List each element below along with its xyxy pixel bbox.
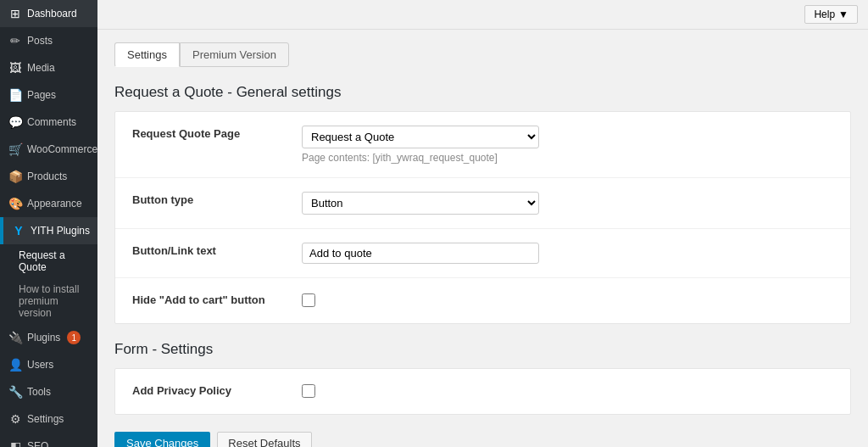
settings-icon: ⚙: [8, 412, 22, 426]
sidebar-label-media: Media: [27, 62, 55, 74]
help-label: Help: [814, 8, 835, 20]
save-changes-button[interactable]: Save Changes: [114, 432, 210, 447]
sidebar-item-seo[interactable]: ◧ SEO: [0, 433, 97, 447]
general-settings-table: Request Quote Page Request a Quote Page …: [114, 111, 851, 324]
label-button-link-text: Button/Link text: [132, 243, 302, 257]
sidebar-label-plugins: Plugins: [27, 332, 60, 344]
sidebar-label-yith: YITH Plugins: [31, 225, 90, 237]
sidebar-item-media[interactable]: 🖼 Media: [0, 54, 97, 81]
sidebar-label-comments: Comments: [27, 116, 76, 128]
sidebar-sublabel-request-quote: Request a Quote: [19, 249, 65, 273]
sidebar-item-tools[interactable]: 🔧 Tools: [0, 378, 97, 405]
sidebar-label-posts: Posts: [27, 35, 53, 47]
posts-icon: ✏: [8, 34, 22, 47]
sidebar-item-dashboard[interactable]: ⊞ Dashboard: [0, 0, 97, 27]
row-privacy-policy: Add Privacy Policy: [115, 369, 850, 414]
sidebar-label-appearance: Appearance: [27, 198, 82, 210]
select-button-type[interactable]: Button Link: [302, 192, 539, 215]
comments-icon: 💬: [8, 115, 22, 129]
label-privacy-policy: Add Privacy Policy: [132, 383, 302, 397]
users-icon: 👤: [8, 358, 22, 372]
label-request-quote-page: Request Quote Page: [132, 126, 302, 140]
seo-icon: ◧: [8, 439, 22, 447]
control-hide-add-to-cart: [302, 292, 833, 310]
media-icon: 🖼: [8, 61, 22, 75]
dashboard-icon: ⊞: [8, 7, 22, 20]
row-button-link-text: Button/Link text: [115, 229, 850, 278]
hint-request-quote-page: Page contents: [yith_ywraq_request_quote…: [302, 152, 833, 164]
help-chevron-icon: ▼: [838, 8, 849, 20]
row-button-type: Button type Button Link: [115, 178, 850, 229]
action-buttons: Save Changes Reset Defaults: [114, 432, 851, 447]
sidebar-subitem-install-premium[interactable]: How to install premium version: [0, 278, 97, 324]
row-request-quote-page: Request Quote Page Request a Quote Page …: [115, 112, 850, 178]
products-icon: 📦: [8, 170, 22, 183]
reset-defaults-button[interactable]: Reset Defaults: [217, 432, 311, 447]
control-request-quote-page: Request a Quote Page contents: [yith_ywr…: [302, 126, 833, 164]
form-settings-title: Form - Settings: [114, 341, 851, 358]
sidebar-item-appearance[interactable]: 🎨 Appearance: [0, 190, 97, 217]
sidebar-subitem-request-quote[interactable]: Request a Quote: [0, 244, 97, 278]
input-button-link-text[interactable]: [302, 243, 539, 264]
sidebar-label-users: Users: [27, 359, 53, 371]
sidebar-item-products[interactable]: 📦 Products: [0, 163, 97, 190]
control-button-type: Button Link: [302, 192, 833, 215]
sidebar-item-posts[interactable]: ✏ Posts: [0, 27, 97, 54]
control-privacy-policy: [302, 383, 833, 400]
plugins-icon: 🔌: [8, 331, 22, 344]
sidebar-item-woocommerce[interactable]: 🛒 WooCommerce: [0, 136, 97, 163]
sidebar-label-pages: Pages: [27, 89, 56, 101]
woocommerce-icon: 🛒: [8, 142, 22, 156]
sidebar-label-dashboard: Dashboard: [27, 8, 77, 20]
checkbox-hide-add-to-cart[interactable]: [302, 293, 315, 307]
label-hide-add-to-cart: Hide "Add to cart" button: [132, 292, 302, 306]
tab-settings[interactable]: Settings: [114, 42, 180, 67]
control-button-link-text: [302, 243, 833, 264]
plugins-badge: 1: [67, 331, 81, 344]
select-request-quote-page[interactable]: Request a Quote: [302, 126, 539, 148]
label-button-type: Button type: [132, 192, 302, 206]
checkbox-privacy-policy[interactable]: [302, 384, 315, 398]
sidebar-item-plugins[interactable]: 🔌 Plugins 1: [0, 324, 97, 351]
help-button[interactable]: Help ▼: [804, 5, 858, 24]
tab-premium[interactable]: Premium Version: [180, 42, 289, 67]
appearance-icon: 🎨: [8, 197, 22, 210]
tools-icon: 🔧: [8, 385, 22, 399]
sidebar-label-settings: Settings: [27, 413, 64, 425]
sidebar-label-products: Products: [27, 170, 67, 182]
main-area: Help ▼ Settings Premium Version Request …: [97, 0, 868, 447]
sidebar-item-comments[interactable]: 💬 Comments: [0, 109, 97, 136]
tabs: Settings Premium Version: [114, 42, 851, 67]
sidebar: ⊞ Dashboard ✏ Posts 🖼 Media 📄 Pages 💬 Co…: [0, 0, 97, 447]
sidebar-label-woocommerce: WooCommerce: [27, 143, 97, 155]
form-settings-table: Add Privacy Policy: [114, 368, 851, 415]
pages-icon: 📄: [8, 88, 22, 102]
yith-icon: Y: [12, 224, 25, 237]
topbar: Help ▼: [97, 0, 868, 30]
general-settings-title: Request a Quote - General settings: [114, 84, 851, 101]
content-area: Settings Premium Version Request a Quote…: [97, 30, 868, 447]
sidebar-item-users[interactable]: 👤 Users: [0, 351, 97, 378]
sidebar-item-pages[interactable]: 📄 Pages: [0, 81, 97, 109]
sidebar-item-yith-plugins[interactable]: Y YITH Plugins: [0, 217, 97, 244]
sidebar-item-settings[interactable]: ⚙ Settings: [0, 405, 97, 433]
sidebar-label-seo: SEO: [27, 440, 48, 447]
sidebar-sublabel-install-premium: How to install premium version: [19, 283, 79, 319]
sidebar-label-tools: Tools: [27, 386, 51, 398]
row-hide-add-to-cart: Hide "Add to cart" button: [115, 278, 850, 323]
